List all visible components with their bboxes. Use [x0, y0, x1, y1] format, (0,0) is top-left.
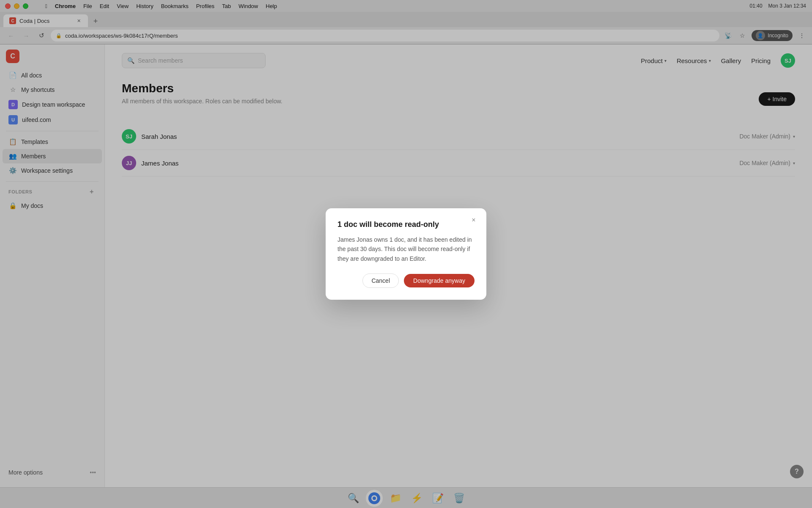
modal-dialog: × 1 doc will become read-only James Jona… [326, 208, 486, 300]
downgrade-button[interactable]: Downgrade anyway [404, 274, 475, 287]
modal-title: 1 doc will become read-only [337, 220, 475, 229]
modal-close-button[interactable]: × [468, 214, 480, 226]
modal-overlay: × 1 doc will become read-only James Jona… [0, 0, 812, 508]
modal-body: James Jonas owns 1 doc, and it has been … [337, 235, 475, 263]
modal-actions: Cancel Downgrade anyway [337, 273, 475, 288]
cancel-button[interactable]: Cancel [362, 273, 399, 288]
